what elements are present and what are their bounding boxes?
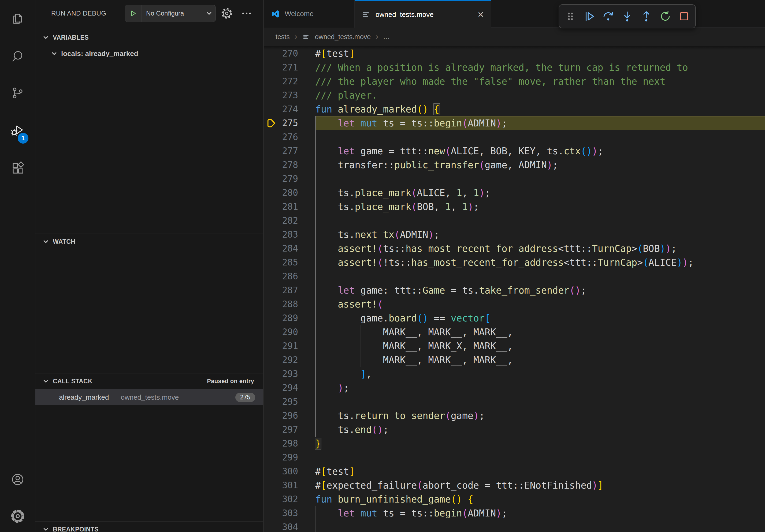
code-line[interactable]: 288 assert!( (264, 297, 765, 311)
gutter[interactable]: 279 (264, 172, 315, 186)
code-line[interactable]: 304 (264, 520, 765, 532)
step-out-button[interactable] (638, 9, 654, 24)
gutter[interactable]: 280 (264, 186, 315, 200)
gutter[interactable]: 295 (264, 395, 315, 409)
extensions-icon[interactable] (0, 161, 35, 175)
variables-section-header[interactable]: VARIABLES (35, 30, 263, 45)
toolbar-drag-grip[interactable] (563, 9, 578, 24)
call-stack-section-header[interactable]: CALL STACK Paused on entry (35, 374, 263, 389)
gutter[interactable]: 300 (264, 464, 315, 478)
launch-config-dropdown[interactable]: No Configura (125, 5, 216, 22)
more-actions-icon[interactable] (241, 8, 253, 19)
gutter[interactable]: 284 (264, 242, 315, 256)
code-line[interactable]: 286 (264, 269, 765, 283)
gutter[interactable]: 274 (264, 102, 315, 116)
code-line[interactable]: 284 assert!(ts::has_most_recent_for_addr… (264, 242, 765, 256)
code-line[interactable]: 297 ts.end(); (264, 423, 765, 437)
code-line[interactable]: 285 assert!(!ts::has_most_recent_for_add… (264, 256, 765, 269)
gutter[interactable]: 278 (264, 158, 315, 172)
gutter[interactable]: 294 (264, 381, 315, 395)
run-and-debug-icon[interactable] (0, 123, 35, 137)
code-line[interactable]: 271/// When a position is already marked… (264, 61, 765, 75)
breakpoints-section-header[interactable]: BREAKPOINTS (35, 522, 263, 532)
code-line[interactable]: 282 (264, 214, 765, 228)
gutter[interactable]: 304 (264, 520, 315, 532)
code-line[interactable]: 275 let mut ts = ts::begin(ADMIN); (264, 116, 765, 130)
code-line[interactable]: 287 let game: ttt::Game = ts.take_from_s… (264, 283, 765, 297)
code-line[interactable]: 293 ], (264, 367, 765, 381)
code-line[interactable]: 300#[test] (264, 464, 765, 478)
search-icon[interactable] (0, 49, 35, 64)
gutter[interactable]: 301 (264, 478, 315, 492)
gutter[interactable]: 292 (264, 353, 315, 367)
watch-section-header[interactable]: WATCH (35, 234, 263, 249)
code-line[interactable]: 281 ts.place_mark(BOB, 1, 1); (264, 200, 765, 214)
variables-locals-row[interactable]: locals: already_marked (35, 46, 263, 61)
gutter[interactable]: 276 (264, 130, 315, 144)
code-editor[interactable]: 270#[test]271/// When a position is alre… (264, 46, 765, 532)
gutter[interactable]: 271 (264, 61, 315, 75)
code-line[interactable]: 283 ts.next_tx(ADMIN); (264, 228, 765, 242)
code-line[interactable]: 294 ); (264, 381, 765, 395)
gutter[interactable]: 291 (264, 339, 315, 353)
code-line[interactable]: 292 MARK__, MARK__, MARK__, (264, 353, 765, 367)
gutter[interactable]: 275 (264, 116, 315, 130)
code-line[interactable]: 298} (264, 437, 765, 450)
code-line[interactable]: 270#[test] (264, 47, 765, 61)
gutter[interactable]: 282 (264, 214, 315, 228)
code-line[interactable]: 302fun burn_unfinished_game() { (264, 492, 765, 506)
gutter[interactable]: 277 (264, 144, 315, 158)
code-line[interactable]: 303 let mut ts = ts::begin(ADMIN); (264, 506, 765, 520)
continue-button[interactable] (582, 9, 597, 24)
start-debug-button[interactable] (125, 5, 142, 22)
source-control-icon[interactable] (0, 86, 35, 100)
close-icon[interactable]: ✕ (477, 11, 484, 19)
gutter[interactable]: 298 (264, 437, 315, 450)
gutter[interactable]: 289 (264, 311, 315, 325)
call-stack-frame-row[interactable]: already_marked owned_tests.move 275 (35, 389, 263, 405)
code-line[interactable]: 296 ts.return_to_sender(game); (264, 409, 765, 423)
code-line[interactable]: 289 game.board() == vector[ (264, 311, 765, 325)
step-into-button[interactable] (619, 9, 635, 24)
restart-button[interactable] (657, 9, 673, 24)
code-line[interactable]: 276 (264, 130, 765, 144)
code-line[interactable]: 272/// the player who made the "false" m… (264, 75, 765, 89)
code-line[interactable]: 280 ts.place_mark(ALICE, 1, 1); (264, 186, 765, 200)
code-line[interactable]: 273/// player. (264, 89, 765, 102)
breadcrumb-folder[interactable]: tests (276, 33, 290, 41)
stop-button[interactable] (676, 9, 692, 24)
gutter[interactable]: 283 (264, 228, 315, 242)
gutter[interactable]: 303 (264, 506, 315, 520)
gutter[interactable]: 272 (264, 75, 315, 89)
code-line[interactable]: 295 (264, 395, 765, 409)
gutter[interactable]: 285 (264, 256, 315, 269)
tab-owned-tests-move[interactable]: owned_tests.move ✕ (355, 0, 491, 28)
code-line[interactable]: 279 (264, 172, 765, 186)
breadcrumb-symbol[interactable]: … (383, 33, 390, 41)
explorer-icon[interactable] (0, 12, 35, 26)
code-line[interactable]: 290 MARK__, MARK__, MARK__, (264, 325, 765, 339)
gutter[interactable]: 288 (264, 297, 315, 311)
gutter[interactable]: 293 (264, 367, 315, 381)
gutter[interactable]: 287 (264, 283, 315, 297)
tab-welcome[interactable]: Welcome (264, 0, 355, 28)
gutter[interactable]: 281 (264, 200, 315, 214)
code-line[interactable]: 301#[expected_failure(abort_code = ttt::… (264, 478, 765, 492)
gutter[interactable]: 297 (264, 423, 315, 437)
code-line[interactable]: 291 MARK__, MARK_X, MARK__, (264, 339, 765, 353)
gutter[interactable]: 290 (264, 325, 315, 339)
account-icon[interactable] (0, 472, 35, 487)
gutter[interactable]: 302 (264, 492, 315, 506)
code-line[interactable]: 274fun already_marked() { (264, 102, 765, 116)
gutter[interactable]: 286 (264, 269, 315, 283)
gutter[interactable]: 270 (264, 47, 315, 61)
code-line[interactable]: 299 (264, 450, 765, 464)
code-line[interactable]: 278 transfer::public_transfer(game, ADMI… (264, 158, 765, 172)
breadcrumb-file[interactable]: owned_tests.move (315, 33, 371, 41)
code-line[interactable]: 277 let game = ttt::new(ALICE, BOB, KEY,… (264, 144, 765, 158)
debug-settings-gear-icon[interactable] (221, 8, 233, 19)
gutter[interactable]: 299 (264, 450, 315, 464)
step-over-button[interactable] (600, 9, 616, 24)
settings-gear-icon[interactable] (0, 509, 35, 523)
gutter[interactable]: 273 (264, 89, 315, 102)
